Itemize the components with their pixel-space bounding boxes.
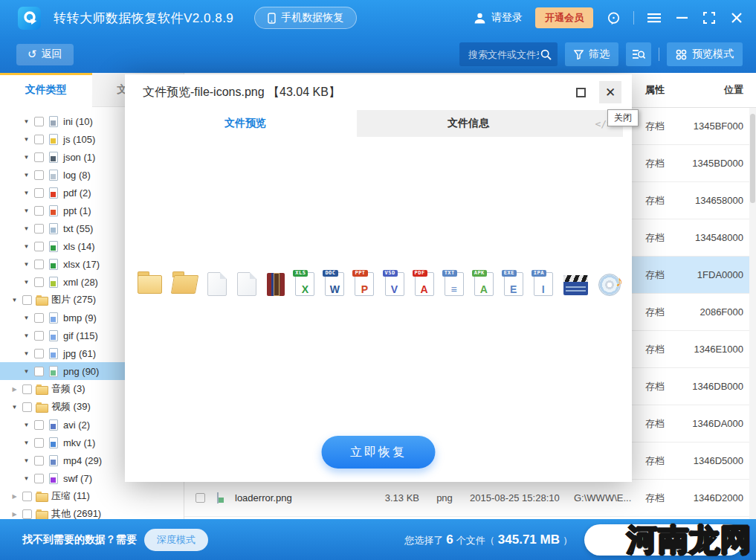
recover-now-button[interactable]: 立即恢复	[322, 436, 436, 469]
selected-count: 6	[446, 532, 453, 547]
back-button[interactable]: ↺ 返回	[16, 44, 74, 65]
deep-mode-button[interactable]: 深度模式	[144, 529, 208, 551]
tree-checkbox[interactable]	[34, 349, 44, 358]
tree-checkbox[interactable]	[34, 260, 44, 269]
header-location[interactable]: 位置	[678, 83, 749, 97]
collapse-arrow-icon[interactable]: ▼	[10, 404, 19, 411]
collapse-arrow-icon[interactable]: ▼	[22, 118, 30, 125]
tree-checkbox[interactable]	[34, 206, 44, 216]
maximize-icon[interactable]	[702, 10, 717, 25]
collapse-arrow-icon[interactable]: ▼	[22, 154, 30, 161]
cell-file-name: loaderror.png	[232, 492, 370, 503]
png-file-icon	[49, 366, 58, 377]
tree-checkbox[interactable]	[34, 117, 44, 126]
collapse-arrow-icon[interactable]: ▼	[22, 243, 30, 250]
collapse-arrow-icon[interactable]: ▼	[22, 207, 30, 214]
scrollbar-thumb[interactable]	[750, 114, 755, 203]
collapse-arrow-icon[interactable]: ▼	[22, 422, 30, 428]
preview-mode-button[interactable]: 预览模式	[667, 42, 743, 66]
collapse-arrow-icon[interactable]: ▼	[22, 261, 30, 268]
menu-icon[interactable]	[647, 10, 662, 25]
collapse-arrow-icon[interactable]: ▼	[22, 368, 30, 375]
tab-file-preview[interactable]: 文件预览	[134, 110, 357, 137]
tree-checkbox[interactable]	[34, 474, 44, 483]
modal-close-button[interactable]: ✕	[599, 81, 621, 103]
vip-button[interactable]: 开通会员	[535, 7, 593, 28]
collapse-arrow-icon[interactable]: ▼	[22, 332, 30, 339]
collapse-arrow-icon[interactable]: ▼	[22, 315, 30, 321]
tree-checkbox[interactable]	[34, 277, 44, 287]
tree-checkbox[interactable]	[34, 313, 44, 323]
funnel-icon	[574, 50, 584, 59]
tree-item-label: mkv (1)	[63, 437, 95, 448]
tree-item-label: pdf (2)	[63, 187, 91, 199]
collapse-arrow-icon[interactable]: ▼	[22, 279, 30, 286]
modal-maximize-button[interactable]	[569, 81, 592, 103]
expand-arrow-icon[interactable]: ▶	[10, 386, 19, 393]
header-attr[interactable]: 属性	[632, 83, 678, 97]
back-label: 返回	[42, 48, 62, 61]
table-scrollbar[interactable]	[749, 108, 756, 519]
tree-checkbox[interactable]	[34, 331, 44, 341]
collapse-arrow-icon[interactable]: ▼	[22, 350, 30, 357]
statusbar-left: 找不到需要的数据？需要 深度模式	[22, 529, 208, 551]
expand-arrow-icon[interactable]: ▶	[10, 493, 19, 500]
login-button[interactable]: 请登录	[474, 11, 523, 25]
collapse-arrow-icon[interactable]: ▼	[22, 225, 30, 232]
tree-checkbox[interactable]	[22, 509, 32, 519]
advanced-search-button[interactable]	[626, 42, 651, 66]
search-icon[interactable]	[540, 49, 552, 60]
tree-checkbox[interactable]	[34, 188, 44, 198]
tree-checkbox[interactable]	[34, 152, 44, 162]
tree-checkbox[interactable]	[34, 420, 44, 430]
recover-selected-button[interactable]	[584, 524, 744, 556]
search-input[interactable]	[467, 48, 540, 61]
collapse-arrow-icon[interactable]: ▼	[10, 297, 19, 303]
tree-checkbox[interactable]	[34, 170, 44, 180]
collapse-arrow-icon[interactable]: ▼	[22, 475, 30, 482]
cell-file-location: 1FDA0000	[678, 269, 749, 280]
expand-arrow-icon[interactable]: ▶	[10, 511, 19, 518]
tab-file-type[interactable]: 文件类型	[0, 73, 92, 107]
tree-checkbox[interactable]	[22, 295, 32, 305]
tab-file-info[interactable]: 文件信息	[357, 110, 580, 137]
tree-checkbox[interactable]	[34, 456, 44, 466]
cell-file-location: 1346E1000	[678, 344, 749, 355]
modal-body: XLSXDOCWPPTPVSDVPDFATXT≡APKAEXEEIPAI 立即恢…	[125, 137, 632, 482]
tree-checkbox[interactable]	[34, 224, 44, 234]
search-box	[459, 42, 558, 66]
support-icon[interactable]	[606, 10, 621, 25]
tree-checkbox[interactable]	[34, 367, 44, 376]
ppt-file-icon	[49, 205, 58, 216]
collapse-arrow-icon[interactable]: ▼	[22, 172, 30, 178]
collapse-arrow-icon[interactable]: ▼	[22, 457, 30, 464]
table-row[interactable]: loaderror.png3.13 KBpng2015-08-25 15:28:…	[184, 480, 756, 517]
collapse-arrow-icon[interactable]: ▼	[22, 440, 30, 446]
selection-mid: 个文件（	[456, 534, 495, 547]
pdf-file-icon	[49, 187, 58, 199]
tree-checkbox[interactable]	[22, 402, 32, 412]
folder-icon	[36, 490, 48, 502]
filter-button[interactable]: 筛选	[565, 42, 618, 66]
tree-checkbox[interactable]	[22, 384, 32, 394]
tree-checkbox[interactable]	[34, 242, 44, 251]
tree-checkbox[interactable]	[22, 492, 32, 501]
row-checkbox[interactable]	[196, 493, 205, 503]
minimize-icon[interactable]	[674, 10, 689, 25]
tree-item-label: gif (115)	[63, 330, 98, 341]
collapse-arrow-icon[interactable]: ▼	[22, 190, 30, 196]
cell-file-path: G:\WWW\E...	[571, 492, 632, 503]
tree-checkbox[interactable]	[34, 135, 44, 144]
toolbar-divider	[659, 48, 659, 61]
cell-file-attr: 存档	[632, 157, 678, 170]
modal-header: 文件预览-file-icons.png 【43.04 KB】 ✕	[125, 74, 632, 110]
tree-item-label: ini (10)	[63, 116, 93, 127]
close-icon[interactable]	[729, 10, 744, 25]
file-type-glyph: ≡	[445, 284, 463, 295]
phone-recovery-button[interactable]: 手机数据恢复	[254, 7, 357, 29]
tree-checkbox[interactable]	[34, 438, 44, 448]
tree-item-zip[interactable]: ▶压缩 (11)	[0, 487, 184, 505]
blank-file-icon	[207, 272, 227, 296]
tree-item-label: 图片 (275)	[51, 293, 96, 306]
collapse-arrow-icon[interactable]: ▼	[22, 136, 30, 143]
